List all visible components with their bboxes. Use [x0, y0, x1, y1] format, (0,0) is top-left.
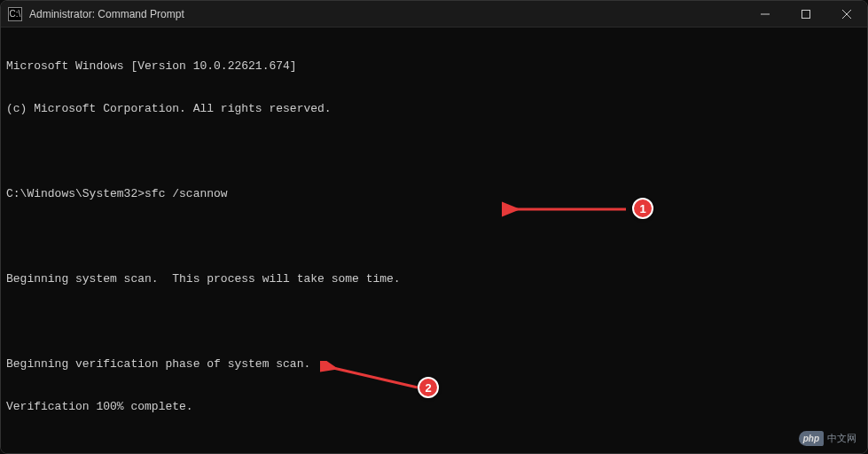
- terminal-line: (c) Microsoft Corporation. All rights re…: [6, 102, 862, 116]
- minimize-button[interactable]: [745, 1, 786, 27]
- watermark: php 中文网: [799, 431, 856, 446]
- terminal-line: Beginning verification phase of system s…: [6, 357, 862, 372]
- terminal-line: Microsoft Windows [Version 10.0.22621.67…: [6, 59, 862, 74]
- terminal-line: [6, 442, 862, 454]
- terminal-line: [6, 230, 862, 244]
- svg-rect-1: [802, 10, 810, 18]
- watermark-text: 中文网: [827, 432, 856, 445]
- terminal-line: [6, 145, 862, 159]
- terminal-line: [6, 315, 862, 329]
- watermark-logo: php: [799, 431, 824, 446]
- close-button[interactable]: [826, 1, 867, 27]
- window-titlebar: C:\ Administrator: Command Prompt: [1, 1, 867, 27]
- window-title: Administrator: Command Prompt: [29, 8, 745, 20]
- terminal-line: Beginning system scan. This process will…: [6, 272, 862, 286]
- window-controls: [745, 1, 867, 27]
- terminal-line: Verification 100% complete.: [6, 400, 862, 414]
- maximize-button[interactable]: [786, 1, 826, 27]
- terminal-output[interactable]: Microsoft Windows [Version 10.0.22621.67…: [1, 27, 867, 454]
- terminal-line: C:\Windows\System32>sfc /scannow: [6, 187, 862, 201]
- cmd-icon: C:\: [8, 7, 22, 21]
